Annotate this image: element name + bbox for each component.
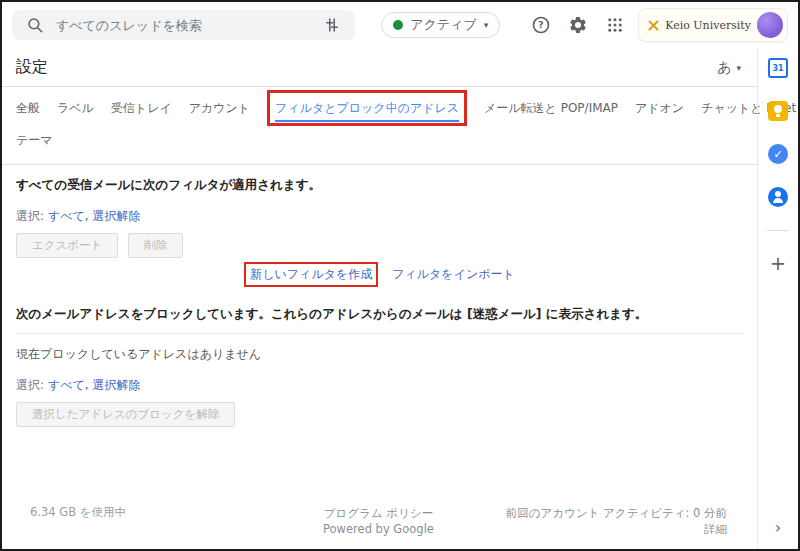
footer-right: 前回のアカウント アクティビティ: 0 分前 詳細 — [434, 505, 727, 537]
chat-status-selector[interactable]: アクティブ ▾ — [381, 12, 500, 38]
search-input[interactable] — [56, 18, 311, 33]
footer-center: プログラム ポリシー Powered by Google — [323, 505, 434, 537]
blocked-buttons-row: 選択したアドレスのブロックを解除 — [16, 402, 743, 427]
filters-buttons-row: エクスポート 削除 — [16, 233, 743, 258]
footer: 6.34 GB を使用中 プログラム ポリシー Powered by Googl… — [16, 505, 743, 537]
tab-filters-blocked-addresses[interactable]: フィルタとブロック中のアドレス — [275, 94, 459, 122]
storage-usage: 6.34 GB を使用中 — [30, 505, 323, 537]
google-apps-grid-icon[interactable] — [604, 14, 626, 36]
keep-icon[interactable] — [768, 101, 788, 121]
tab-forwarding-pop-imap[interactable]: メール転送と POP/IMAP — [484, 94, 618, 123]
contacts-icon[interactable] — [768, 187, 788, 207]
topbar-icons: ? — [530, 14, 626, 36]
select-none-link[interactable]: 選択解除 — [92, 209, 140, 223]
last-account-activity: 前回のアカウント アクティビティ: 0 分前 — [506, 506, 727, 520]
avatar[interactable] — [757, 12, 783, 38]
side-panel-divider — [767, 230, 789, 231]
tasks-icon[interactable]: ✓ — [768, 144, 788, 164]
side-panel-collapse-icon[interactable]: › — [775, 519, 781, 537]
status-label: アクティブ — [410, 16, 477, 34]
settings-tabs: 全般 ラベル 受信トレイ アカウント フィルタとブロック中のアドレス メール転送… — [2, 86, 757, 165]
help-icon[interactable]: ? — [530, 14, 552, 36]
person-body-shape — [773, 198, 783, 203]
chevron-down-icon: ▾ — [736, 63, 741, 73]
settings-content: すべての受信メールに次のフィルタが適用されます。 選択: すべて, 選択解除 エ… — [2, 165, 757, 537]
search-icon[interactable] — [24, 14, 46, 36]
tab-row-1: 全般 ラベル 受信トレイ アカウント フィルタとブロック中のアドレス メール転送… — [16, 90, 743, 126]
blocked-empty-message: 現在ブロックしているアドレスはありません — [16, 346, 743, 363]
input-tools-selector[interactable]: あ ▾ — [717, 59, 741, 77]
keio-logo-icon — [648, 16, 659, 35]
topbar: アクティブ ▾ ? Keio University — [2, 2, 798, 48]
filter-action-links: 新しいフィルタを作成 フィルタをインポート — [16, 262, 743, 287]
select-label: 選択: — [16, 378, 44, 392]
tab-labels[interactable]: ラベル — [57, 94, 94, 123]
tab-theme[interactable]: テーマ — [16, 126, 53, 155]
activity-details-link[interactable]: 詳細 — [704, 522, 727, 536]
active-status-dot-icon — [393, 20, 403, 30]
gmail-settings-window: アクティブ ▾ ? Keio University 設定 — [0, 0, 800, 551]
blocked-select-row: 選択: すべて, 選択解除 — [16, 377, 743, 394]
delete-button[interactable]: 削除 — [128, 233, 183, 258]
powered-by-google: Powered by Google — [323, 522, 434, 536]
calendar-day-label: 31 — [772, 64, 783, 73]
settings-main: 設定 あ ▾ 全般 ラベル 受信トレイ アカウント フィルタとブロック中のアドレ… — [2, 48, 757, 549]
create-filter-link[interactable]: 新しいフィルタを作成 — [250, 266, 372, 283]
program-policies-link[interactable]: プログラム ポリシー — [324, 506, 433, 520]
filters-section-heading: すべての受信メールに次のフィルタが適用されます。 — [16, 177, 743, 194]
svg-text:?: ? — [539, 19, 544, 30]
side-panel: 31 ✓ + › — [757, 48, 798, 549]
tasks-check-glyph: ✓ — [773, 148, 782, 161]
input-tools-label: あ — [717, 59, 731, 77]
annotation-box-create-filter: 新しいフィルタを作成 — [244, 262, 378, 287]
page-body: 設定 あ ▾ 全般 ラベル 受信トレイ アカウント フィルタとブロック中のアドレ… — [2, 48, 798, 549]
settings-gear-icon[interactable] — [567, 14, 589, 36]
chevron-down-icon: ▾ — [484, 20, 489, 30]
search-bar[interactable] — [12, 10, 355, 40]
tab-general[interactable]: 全般 — [16, 94, 40, 123]
import-filter-link[interactable]: フィルタをインポート — [392, 266, 515, 283]
tab-accounts[interactable]: アカウント — [189, 94, 250, 123]
calendar-icon[interactable]: 31 — [768, 58, 788, 78]
account-org-label: Keio University — [665, 19, 751, 32]
unblock-button[interactable]: 選択したアドレスのブロックを解除 — [16, 402, 235, 427]
settings-header: 設定 あ ▾ — [2, 48, 757, 86]
tab-addons[interactable]: アドオン — [635, 94, 684, 123]
blocked-section-heading: 次のメールアドレスをブロックしています。これらのアドレスからのメールは [迷惑メ… — [16, 306, 743, 323]
search-options-icon[interactable] — [321, 14, 343, 36]
get-addons-plus-icon[interactable]: + — [770, 254, 786, 273]
tab-row-2: テーマ — [16, 126, 743, 155]
account-badge[interactable]: Keio University — [638, 8, 788, 42]
person-head-shape — [775, 191, 781, 197]
filters-select-row: 選択: すべて, 選択解除 — [16, 208, 743, 225]
page-title: 設定 — [16, 57, 48, 78]
annotation-box-active-tab: フィルタとブロック中のアドレス — [267, 90, 467, 126]
keep-base-shape — [776, 114, 780, 117]
select-none-link[interactable]: 選択解除 — [92, 378, 140, 392]
tab-inbox[interactable]: 受信トレイ — [111, 94, 172, 123]
select-label: 選択: — [16, 209, 44, 223]
select-all-link[interactable]: すべて, — [48, 378, 89, 392]
divider — [16, 333, 743, 334]
export-button[interactable]: エクスポート — [16, 233, 118, 258]
keep-bulb-shape — [774, 105, 782, 113]
select-all-link[interactable]: すべて, — [48, 209, 89, 223]
